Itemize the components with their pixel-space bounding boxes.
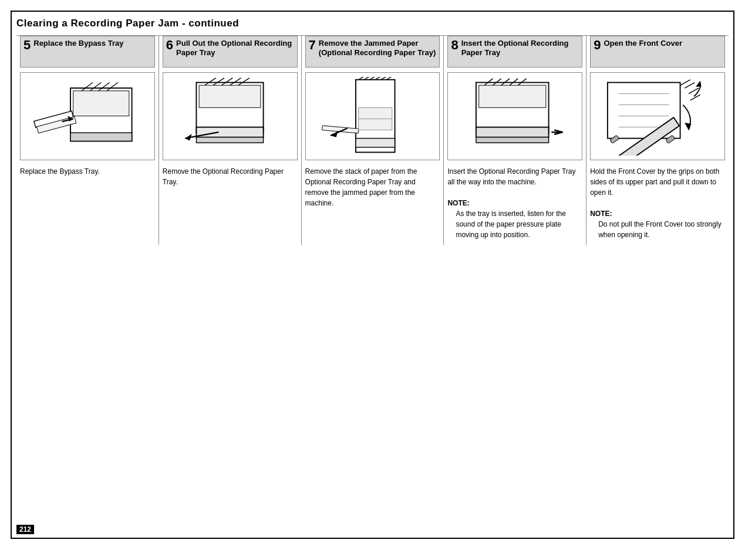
- step-8-title: Insert the Optional Recording Paper Tray: [461, 39, 579, 58]
- step-7-number: 7: [309, 39, 316, 52]
- step-6-image: [163, 72, 298, 160]
- svg-marker-32: [331, 131, 338, 137]
- step-8-header: 8 Insert the Optional Recording Paper Tr…: [447, 36, 582, 68]
- step-9-column: 9 Open the Front Cover: [586, 36, 729, 245]
- step-7-image: [305, 72, 440, 160]
- svg-rect-19: [197, 137, 264, 143]
- svg-rect-18: [197, 127, 264, 137]
- svg-rect-30: [322, 126, 359, 133]
- step-9-note-text: Do not pull the Front Cover too strongly…: [598, 219, 725, 240]
- step-5-title: Replace the Bypass Tray: [33, 39, 123, 48]
- svg-marker-53: [685, 123, 691, 130]
- step-6-header: 6 Pull Out the Optional Recording Paper …: [163, 36, 298, 68]
- step-6-description: Remove the Optional Recording Paper Tray…: [163, 166, 298, 187]
- step-9-header: 9 Open the Front Cover: [590, 36, 725, 68]
- svg-rect-1: [73, 91, 129, 116]
- step-8-note-label: NOTE:: [447, 199, 469, 207]
- svg-rect-12: [199, 86, 261, 108]
- step-9-note-label: NOTE:: [590, 210, 612, 218]
- step-7-description: Remove the stack of paper from the Optio…: [305, 166, 440, 208]
- step-8-note-text: As the tray is inserted, listen for the …: [456, 208, 582, 240]
- step-7-title: Remove the Jammed Paper (Optional Record…: [319, 39, 437, 58]
- step-9-image: [590, 72, 725, 160]
- page-wrapper: Clearing a Recording Paper Jam - continu…: [11, 11, 734, 539]
- svg-rect-10: [70, 133, 132, 141]
- page-number: 212: [16, 525, 34, 534]
- step-7-column: 7 Remove the Jammed Paper (Optional Reco…: [302, 36, 444, 245]
- svg-line-56: [680, 80, 690, 86]
- step-6-number: 6: [166, 39, 173, 52]
- step-9-title: Open the Front Cover: [604, 39, 682, 48]
- step-5-image: [20, 72, 155, 160]
- svg-line-57: [685, 83, 695, 89]
- step-6-title: Pull Out the Optional Recording Paper Tr…: [176, 39, 294, 58]
- svg-rect-36: [478, 86, 545, 108]
- svg-rect-29: [356, 139, 395, 147]
- step-7-header: 7 Remove the Jammed Paper (Optional Reco…: [305, 36, 440, 68]
- step-5-column: 5 Replace the Bypass Tray: [16, 36, 159, 245]
- step-5-header: 5 Replace the Bypass Tray: [20, 36, 155, 68]
- step-6-column: 6 Pull Out the Optional Recording Paper …: [159, 36, 302, 245]
- step-8-description: Insert the Optional Recording Paper Tray…: [447, 166, 582, 240]
- step-5-number: 5: [23, 39, 31, 52]
- step-8-image: [447, 72, 582, 160]
- svg-rect-43: [476, 137, 549, 143]
- step-5-description: Replace the Bypass Tray.: [20, 166, 155, 177]
- svg-rect-42: [476, 127, 549, 137]
- step-9-description: Hold the Front Cover by the grips on bot…: [590, 166, 725, 240]
- step-8-number: 8: [451, 39, 458, 52]
- page-title: Clearing a Recording Paper Jam - continu…: [16, 18, 729, 29]
- columns-container: 5 Replace the Bypass Tray: [16, 35, 729, 245]
- step-9-number: 9: [594, 39, 601, 52]
- step-8-column: 8 Insert the Optional Recording Paper Tr…: [444, 36, 586, 245]
